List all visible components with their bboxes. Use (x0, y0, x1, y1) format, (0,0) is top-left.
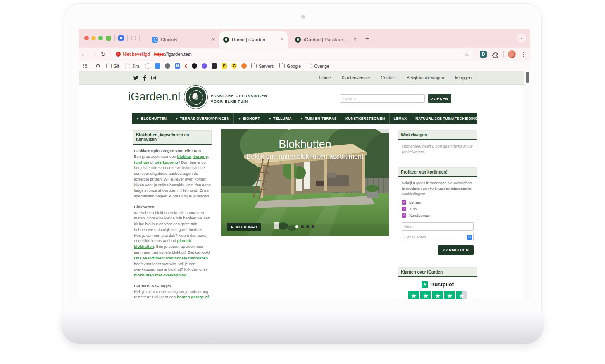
utility-link-winkelwagen[interactable]: Bekijk winkelwagen (407, 75, 444, 80)
inline-text-link[interactable]: blokhut (177, 154, 191, 159)
pinned-tab-icon[interactable] (131, 36, 136, 40)
nav-item-blokhutten[interactable]: ▼ BLOKHUTTEN (132, 113, 171, 124)
facebook-icon[interactable] (142, 75, 148, 81)
tab-close-icon[interactable]: × (353, 37, 356, 43)
reviews-title: Klanten over iGarden (398, 268, 477, 277)
nav-item-terras-overkappingen[interactable]: ▼ TERRAS OVERKAPPINGEN (171, 113, 234, 124)
sidebar-title: Blokhutten, kapschuren en tuinhuizen (133, 130, 212, 145)
pinned-tab-icon[interactable] (106, 36, 111, 41)
bookmark-label: Jira (132, 64, 139, 69)
utility-link-klantenservice[interactable]: Klantenservice (342, 75, 370, 80)
laptop-mockup: Clockify × Home | iGarden × iGarden | Pa… (0, 0, 605, 364)
bookmark-folder-google[interactable]: Google (279, 64, 301, 69)
aanmelden-button[interactable]: AANMELDEN (438, 245, 474, 255)
search-button[interactable]: ZOEKEN (428, 94, 451, 103)
apps-grid-icon[interactable] (83, 64, 87, 68)
extension-d-icon[interactable]: D (480, 51, 487, 58)
nav-item-tuinafscheidingen[interactable]: NATUURLIJKE TUINAFSCHEIDINGEN (411, 113, 487, 124)
tab-clockify[interactable]: Clockify × (148, 31, 219, 48)
address-bar[interactable]: ! Niet beveiligd https ://igarden.test ☆ (112, 49, 474, 59)
reload-button[interactable]: ↻ (98, 51, 108, 57)
bookmark-favicon[interactable]: N (175, 63, 180, 69)
nav-item-lemax[interactable]: LEMAX (390, 113, 412, 124)
page-content: Blokhutten, kapschuren en tuinhuizen Pas… (79, 124, 524, 299)
bookmark-favicon[interactable] (212, 63, 217, 69)
page-scrollbar[interactable] (524, 71, 530, 299)
newsletter-option-lemax[interactable]: ✓ Lemax (402, 200, 474, 205)
bookmark-favicon[interactable] (145, 63, 150, 69)
name-input[interactable] (402, 222, 474, 231)
checkbox-checked-icon[interactable]: ✓ (402, 200, 406, 205)
reviews-panel: Klanten over iGarden ★ Trustpilot ★ ★ ★ … (398, 267, 477, 299)
twitter-icon[interactable] (133, 75, 138, 81)
bookmark-folder-servers[interactable]: Servers (251, 64, 274, 69)
security-chip[interactable]: Niet beveiligd (123, 52, 150, 57)
search-input[interactable] (340, 94, 425, 103)
checkbox-checked-icon[interactable]: ✓ (402, 207, 406, 211)
inline-text-link[interactable]: houten garage of carport (134, 295, 209, 299)
star-full-icon: ★ (408, 291, 419, 299)
inline-text-link[interactable]: Ons assortiment traditionele tuinhuizen (134, 256, 208, 260)
bookmark-favicon[interactable] (165, 63, 170, 69)
forward-button[interactable]: → (88, 51, 98, 57)
bookmark-star-icon[interactable]: ☆ (464, 51, 469, 57)
nav-item-biohort[interactable]: ▼ BIOHORT (234, 113, 264, 124)
newsletter-option-tuin[interactable]: ✓ Tuin (402, 207, 474, 211)
new-tab-button[interactable]: + (365, 35, 369, 42)
inline-text-link[interactable]: blokhutten met overkapping (134, 273, 186, 277)
cart-empty-message: Momenteel heeft u nog geen items in uw w… (402, 143, 474, 155)
bookmark-folder-overige[interactable]: Overige (307, 64, 329, 69)
caret-down-icon: ▼ (300, 117, 303, 120)
site-logo[interactable]: iGarden.nl (128, 90, 181, 103)
bookmark-favicon[interactable]: P (222, 63, 227, 69)
pinned-tab-icon[interactable] (118, 35, 124, 41)
carousel-dot[interactable] (301, 225, 304, 228)
window-zoom-button[interactable] (98, 36, 103, 40)
email-input[interactable] (402, 233, 474, 241)
utility-link-inloggen[interactable]: Inloggen (455, 75, 472, 80)
star-full-icon: ★ (432, 291, 443, 299)
tab-close-icon[interactable]: × (281, 37, 283, 43)
utility-link-home[interactable]: Home (319, 75, 331, 80)
inline-text-link[interactable]: platdak blokhutten (134, 238, 191, 249)
window-close-button[interactable] (84, 36, 89, 40)
utility-link-contact[interactable]: Contact (381, 75, 395, 80)
bookmark-favicon[interactable] (155, 63, 160, 69)
hero-subtitle: Bekijk ons ruime blokhutten assortiment (221, 153, 389, 160)
nav-item-kunstkerstbomen[interactable]: KUNSTKERSTBOMEN (341, 113, 390, 124)
hero-carousel[interactable]: Blokhutten Bekijk ons ruime blokhutten a… (221, 129, 389, 236)
carousel-dot[interactable] (306, 225, 309, 228)
inline-text-link[interactable]: overkapping (155, 160, 178, 164)
carousel-dot[interactable] (312, 225, 314, 228)
bookmark-favicon[interactable]: C (231, 63, 237, 69)
tab-igarden-pasklare[interactable]: iGarden | Pasklare oplossing × (291, 31, 360, 48)
bookmark-folder-jira[interactable]: Jira (125, 64, 139, 69)
left-sidebar: Blokhutten, kapschuren en tuinhuizen Pas… (133, 130, 212, 299)
bookmark-folder-git[interactable]: Git (106, 64, 119, 69)
bookmark-favicon[interactable]: € (185, 64, 187, 69)
checkbox-checked-icon[interactable]: ✓ (402, 213, 406, 218)
profile-avatar[interactable] (508, 50, 516, 58)
autofill-icon[interactable]: D (467, 235, 472, 240)
carousel-dot[interactable] (295, 225, 298, 228)
browser-menu-icon[interactable]: ⋮ (521, 51, 526, 57)
tab-search-chevron-icon[interactable]: ⌄ (517, 34, 526, 42)
nav-item-telluria[interactable]: ▼ TELLURIA (264, 113, 296, 124)
bookmark-favicon[interactable] (202, 63, 207, 69)
extensions-puzzle-icon[interactable] (492, 50, 499, 58)
scrollbar-thumb[interactable] (526, 72, 529, 83)
inline-text-link[interactable]: tuinhuis (134, 160, 149, 164)
settings-bookmark-icon[interactable]: ⚙ (95, 63, 100, 69)
bookmark-favicon[interactable] (192, 63, 197, 69)
bookmark-favicon[interactable] (241, 63, 247, 69)
trustpilot-logo[interactable]: ★ Trustpilot (398, 281, 477, 288)
back-button[interactable]: ← (79, 51, 88, 57)
nav-item-tuin-en-terras[interactable]: ▼ TUIN EN TERRAS (296, 113, 341, 124)
tab-home-igarden[interactable]: Home | iGarden × (219, 31, 288, 48)
newsletter-option-kerstbomen[interactable]: ✓ Kerstbomen (402, 213, 474, 218)
window-minimize-button[interactable] (91, 36, 96, 40)
instagram-icon[interactable] (151, 76, 156, 80)
inline-text-link[interactable]: berging (193, 154, 208, 159)
tab-close-icon[interactable]: × (212, 37, 215, 43)
toolbar-separator (503, 51, 504, 57)
